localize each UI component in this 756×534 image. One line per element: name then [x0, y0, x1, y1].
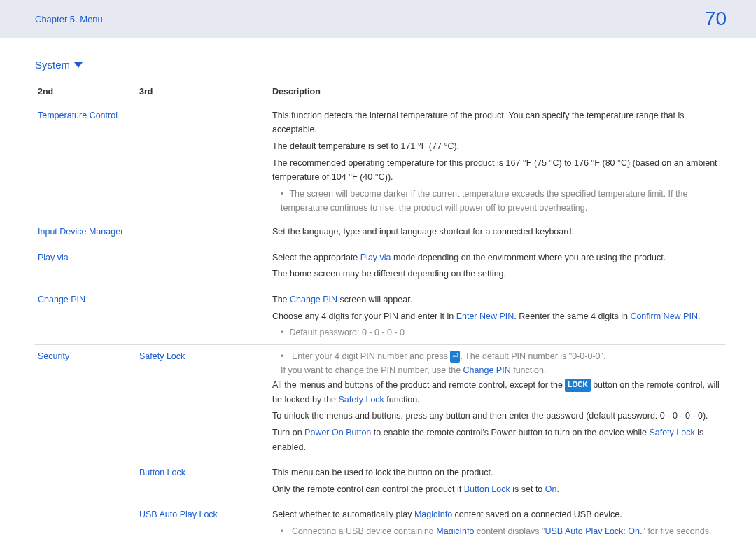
row-play-via: Play via Select the appropriate Play via… — [35, 246, 725, 288]
temp-desc-1: This function detects the internal tempe… — [272, 108, 722, 137]
col-description: Description — [270, 80, 725, 104]
temp-desc-3: The recommended operating temperature fo… — [272, 156, 722, 185]
page-header: Chapter 5. Menu 70 — [0, 0, 756, 38]
enter-icon: ⏎ — [450, 351, 460, 363]
button-lock-label: Button Lock — [139, 468, 186, 477]
lock-badge: LOCK — [565, 379, 590, 392]
safety-bullet-1: Enter your 4 digit PIN number and press … — [281, 349, 722, 378]
row-safety-lock: Security Safety Lock Enter your 4 digit … — [35, 344, 725, 461]
arrow-down-icon — [74, 62, 83, 68]
usb-bullet-1: Connecting a USB device containing Magic… — [281, 524, 722, 534]
row-temperature-control: Temperature Control This function detect… — [35, 104, 725, 220]
menu-table: 2nd 3rd Description Temperature Control … — [35, 80, 725, 534]
safety-desc-1: All the menus and buttons of the product… — [272, 378, 722, 407]
play-desc-2: The home screen may be different dependi… — [272, 267, 722, 281]
button-desc-1: This menu can be used to lock the button… — [272, 465, 722, 480]
breadcrumb: Chapter 5. Menu — [35, 14, 103, 24]
row-change-pin: Change PIN The Change PIN screen will ap… — [35, 288, 725, 344]
input-device-manager-label: Input Device Manager — [38, 227, 123, 237]
temperature-control-label: Temperature Control — [38, 111, 118, 120]
usb-desc-1: Select whether to automatically play Mag… — [272, 507, 722, 522]
play-via-label: Play via — [38, 253, 69, 262]
button-desc-2: Only the remote control can control the … — [272, 482, 722, 497]
table-head-row: 2nd 3rd Description — [35, 80, 725, 104]
pin-bullet-1: Default password: 0 - 0 - 0 - 0 — [281, 325, 722, 340]
temp-desc-2: The default temperature is set to 171 °F… — [272, 139, 722, 154]
safety-desc-2: To unlock the menus and buttons, press a… — [272, 409, 722, 423]
usb-auto-play-lock-label: USB Auto Play Lock — [139, 510, 218, 519]
pin-desc-1: The Change PIN screen will appear. — [272, 293, 722, 307]
input-desc: Set the language, type and input languag… — [272, 225, 722, 239]
temp-bullet-1: The screen will become darker if the cur… — [281, 187, 722, 216]
col-2nd: 2nd — [35, 80, 136, 104]
section-title-text: System — [35, 59, 70, 71]
col-3rd: 3rd — [136, 80, 270, 104]
pin-desc-2: Choose any 4 digits for your PIN and ent… — [272, 309, 722, 324]
content-area: System 2nd 3rd Description Temperature C… — [0, 38, 756, 534]
safety-desc-3: Turn on Power On Button to enable the re… — [272, 426, 722, 454]
section-title: System — [35, 59, 725, 71]
row-button-lock: Button Lock This menu can be used to loc… — [35, 461, 725, 503]
row-input-device-manager: Input Device Manager Set the language, t… — [35, 220, 725, 246]
row-usb-auto-play-lock: USB Auto Play Lock Select whether to aut… — [35, 503, 725, 534]
page-number: 70 — [705, 8, 727, 30]
change-pin-label: Change PIN — [38, 295, 85, 304]
play-desc-1: Select the appropriate Play via mode dep… — [272, 251, 722, 265]
security-label: Security — [38, 351, 69, 361]
safety-lock-label: Safety Lock — [139, 351, 185, 361]
